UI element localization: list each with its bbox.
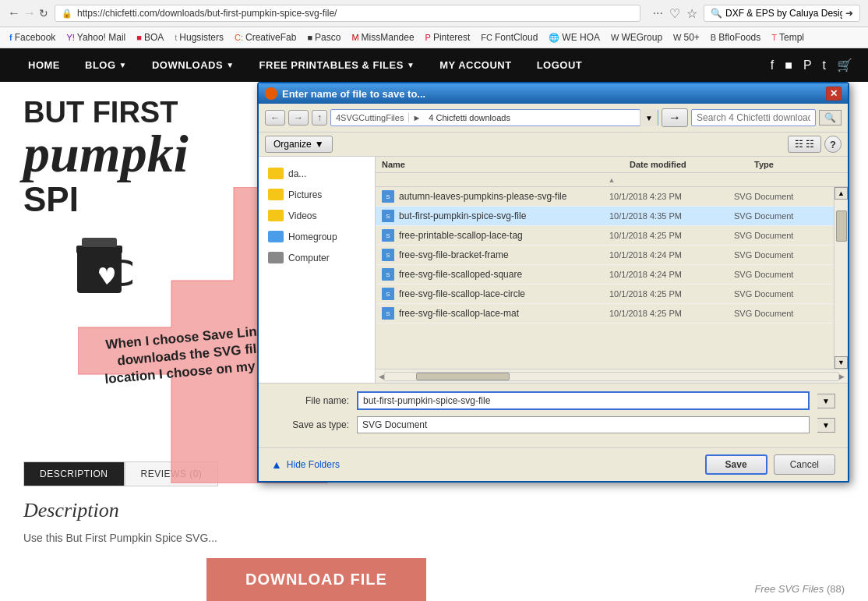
missmandee-icon: M bbox=[351, 33, 358, 42]
help-btn[interactable]: ? bbox=[824, 136, 842, 153]
cart-icon[interactable]: 🛒 bbox=[837, 58, 852, 72]
sidebar-item-homegroup[interactable]: Homegroup bbox=[259, 226, 375, 247]
refresh-btn[interactable]: ↻ bbox=[39, 7, 48, 19]
heart-icon[interactable]: ♡ bbox=[669, 6, 680, 21]
search-dialog-btn[interactable]: 🔍 bbox=[819, 110, 842, 126]
cancel-button[interactable]: Cancel bbox=[774, 454, 835, 475]
file-name-input[interactable] bbox=[357, 391, 810, 410]
file-item-7[interactable]: S free-svg-file-scallop-lace-mat 10/1/20… bbox=[376, 304, 834, 323]
col-date-header: Date modified bbox=[630, 160, 754, 169]
vertical-scrollbar[interactable]: ▲ ▼ bbox=[834, 187, 848, 369]
bookmarks-bar: f Facebook Y! Yahoo! Mail ■ BOA t Hugsis… bbox=[0, 27, 868, 48]
file-item-3[interactable]: S free-printable-scallop-lace-tag 10/1/2… bbox=[376, 226, 834, 246]
savetype-dropdown-btn[interactable]: ▼ bbox=[817, 418, 835, 433]
dialog-title: Enter name of file to save to... bbox=[265, 87, 425, 100]
instagram-icon[interactable]: ■ bbox=[785, 58, 792, 72]
hide-folders-btn[interactable]: ▲ Hide Folders bbox=[271, 458, 340, 471]
dialog-close-button[interactable]: ✕ bbox=[826, 87, 842, 101]
dialog-search-input[interactable] bbox=[691, 109, 816, 126]
twitter-icon[interactable]: t bbox=[823, 58, 826, 72]
sidebar-item-videos[interactable]: Videos bbox=[259, 205, 375, 226]
organize-dropdown-icon: ▼ bbox=[315, 139, 324, 150]
svg-file-icon: S bbox=[382, 210, 394, 222]
up-nav-btn[interactable]: ↑ bbox=[312, 110, 327, 126]
scroll-down-btn[interactable]: ▼ bbox=[834, 356, 848, 369]
nav-my-account[interactable]: MY ACCOUNT bbox=[427, 48, 524, 82]
bookmark-missmandee[interactable]: M MissMandee bbox=[348, 30, 417, 44]
nav-logout[interactable]: LOGOUT bbox=[524, 48, 595, 82]
bookmark-hugsisters[interactable]: t Hugsisters bbox=[171, 30, 227, 44]
pinterest-social-icon[interactable]: P bbox=[803, 58, 812, 72]
scroll-up-btn[interactable]: ▲ bbox=[834, 187, 848, 200]
browser-search[interactable]: 🔍 ➜ bbox=[704, 5, 860, 22]
hugsisters-icon: t bbox=[175, 33, 177, 42]
h-scroll-left-btn[interactable]: ◀ bbox=[379, 373, 384, 380]
bookmark-50plus[interactable]: W 50+ bbox=[670, 30, 703, 44]
pasco-icon: ■ bbox=[307, 33, 312, 42]
main-content: BUT FIRST pumpki SPI bbox=[0, 82, 868, 601]
bookmark-creativefab[interactable]: C: CreativeFab bbox=[231, 30, 299, 44]
organize-btn[interactable]: Organize ▼ bbox=[265, 136, 333, 153]
star-icon[interactable]: ☆ bbox=[686, 6, 697, 21]
h-scroll-right-btn[interactable]: ▶ bbox=[839, 373, 845, 380]
back-btn[interactable]: ← bbox=[8, 6, 20, 20]
h-scroll-thumb[interactable] bbox=[416, 373, 510, 380]
url-bar[interactable]: 🔒 https://chicfetti.com/downloads/but-fi… bbox=[55, 5, 640, 22]
scroll-up-area: ▲ bbox=[376, 173, 848, 187]
file-item-1[interactable]: S autumn-leaves-pumpkins-please-svg-file… bbox=[376, 187, 834, 207]
nav-blog[interactable]: BLOG ▼ bbox=[72, 48, 139, 82]
filename-dropdown-btn[interactable]: ▼ bbox=[817, 394, 835, 408]
homegroup-icon bbox=[268, 231, 284, 242]
nav-downloads[interactable]: DOWNLOADS ▼ bbox=[139, 48, 247, 82]
scroll-up-indicator: ▲ bbox=[609, 176, 616, 184]
col-type-header: Type bbox=[754, 160, 848, 169]
download-file-button[interactable]: DOWNLOAD FILE bbox=[206, 558, 426, 601]
sidebar-item-da[interactable]: da... bbox=[259, 163, 375, 184]
nav-home[interactable]: HOME bbox=[16, 48, 72, 82]
bookmark-facebook[interactable]: f Facebook bbox=[6, 30, 58, 44]
bookmark-wehoa[interactable]: 🌐 WE HOA bbox=[545, 30, 603, 44]
forward-btn[interactable]: → bbox=[23, 6, 36, 20]
svg-file-icon: S bbox=[382, 190, 394, 203]
file-item-4[interactable]: S free-svg-file-bracket-frame 10/1/2018 … bbox=[376, 246, 834, 265]
sidebar-item-computer[interactable]: Computer bbox=[259, 247, 375, 268]
file-save-dialog: Enter name of file to save to... ✕ ← → ↑… bbox=[257, 82, 849, 511]
file-item-6[interactable]: S free-svg-file-scallop-lace-circle 10/1… bbox=[376, 285, 834, 304]
go-btn[interactable]: → bbox=[662, 108, 688, 127]
fontcloud-icon: FC bbox=[481, 33, 492, 42]
file-list-scroll-area[interactable]: S autumn-leaves-pumpkins-please-svg-file… bbox=[376, 187, 848, 369]
tab-reviews[interactable]: REVIEWS (0) bbox=[125, 461, 219, 486]
scroll-thumb[interactable] bbox=[836, 210, 847, 242]
url-text: https://chicfetti.com/downloads/but-firs… bbox=[77, 8, 337, 19]
facebook-social-icon[interactable]: f bbox=[771, 58, 774, 72]
view-btn[interactable]: ☷ ☷ bbox=[788, 136, 821, 153]
forward-nav-btn[interactable]: → bbox=[288, 110, 309, 126]
file-item-5[interactable]: S free-svg-file-scalloped-square 10/1/20… bbox=[376, 265, 834, 285]
save-button[interactable]: Save bbox=[705, 454, 767, 475]
bookmark-bflofoods[interactable]: B BfloFoods bbox=[707, 30, 764, 44]
h-scroll-track[interactable] bbox=[384, 372, 839, 381]
save-as-input[interactable] bbox=[357, 416, 810, 433]
sidebar-item-pictures[interactable]: Pictures bbox=[259, 184, 375, 205]
back-nav-btn[interactable]: ← bbox=[265, 110, 285, 126]
path-dropdown-btn[interactable]: ▼ bbox=[640, 109, 658, 126]
templ-icon: T bbox=[771, 33, 777, 42]
save-as-type-row: Save as type: ▼ bbox=[271, 416, 835, 433]
tab-description[interactable]: DESCRIPTION bbox=[23, 461, 125, 486]
nav-free-printables[interactable]: FREE PRINTABLES & FILES ▼ bbox=[247, 48, 428, 82]
file-item-2[interactable]: S but-first-pumpkin-spice-svg-file 10/1/… bbox=[376, 207, 834, 226]
go-arrow[interactable]: ➜ bbox=[845, 8, 853, 19]
svg-file-icon: S bbox=[382, 307, 394, 320]
search-input[interactable] bbox=[725, 8, 842, 19]
bookmark-pasco[interactable]: ■ Pasco bbox=[304, 30, 344, 44]
bookmark-fontcloud[interactable]: FC FontCloud bbox=[478, 30, 541, 44]
menu-dots-btn[interactable]: ··· bbox=[653, 6, 663, 20]
bookmark-pinterest[interactable]: P Pinterest bbox=[422, 30, 474, 44]
bookmark-boa[interactable]: ■ BOA bbox=[133, 30, 167, 44]
title-line2: pumpki bbox=[23, 127, 273, 180]
dialog-form: File name: ▼ Save as type: ▼ bbox=[259, 383, 848, 447]
bookmark-yahoo[interactable]: Y! Yahoo! Mail bbox=[63, 30, 129, 44]
dialog-titlebar: Enter name of file to save to... ✕ bbox=[259, 83, 848, 104]
bookmark-wegroup[interactable]: W WEGroup bbox=[608, 30, 665, 44]
bookmark-templ[interactable]: T Templ bbox=[768, 30, 807, 44]
